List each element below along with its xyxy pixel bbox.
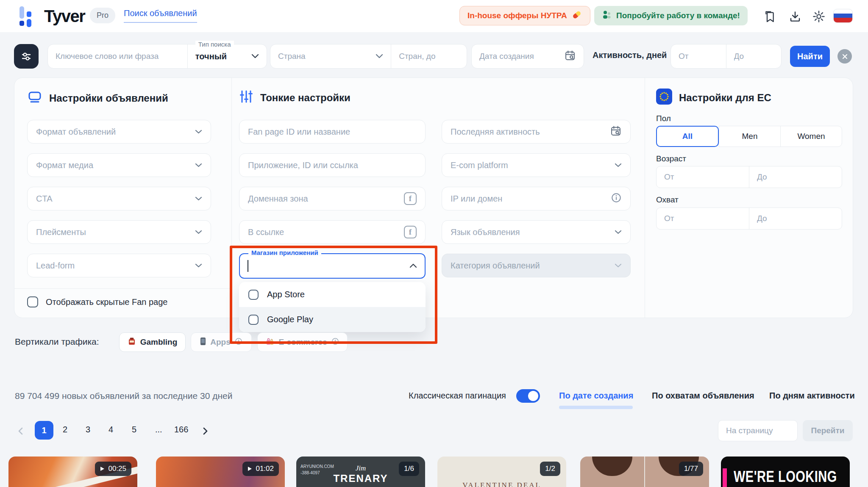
store-options-menu: App Store Google Play bbox=[239, 282, 426, 332]
hidden-fanpage-checkbox[interactable] bbox=[27, 296, 38, 307]
page-button-1[interactable]: 1 bbox=[35, 421, 53, 440]
app-id-input[interactable]: Приложение, ID или ссылка bbox=[239, 153, 426, 177]
placements-select[interactable]: Плейсменты bbox=[27, 220, 211, 244]
chip-apps[interactable]: Apps bbox=[191, 332, 252, 352]
per-page-group bbox=[718, 420, 798, 441]
ad-category-select-disabled: Категория объявлений bbox=[442, 254, 631, 277]
phone-icon bbox=[200, 337, 206, 348]
ad-card-4[interactable]: VALENTINE DEAL 1/2 bbox=[437, 457, 566, 487]
chevron-down-icon bbox=[376, 53, 383, 60]
country-to-input[interactable] bbox=[391, 44, 467, 68]
ad-language-select[interactable]: Язык объявления bbox=[442, 220, 631, 244]
team-label: Попробуйте работу в команде! bbox=[616, 11, 740, 20]
tune-sliders-icon bbox=[239, 89, 253, 106]
team-button[interactable]: Попробуйте работу в команде! bbox=[594, 6, 748, 25]
tab-by-creation-date[interactable]: По дате создания bbox=[559, 391, 633, 401]
in-link-input[interactable]: В ссылке f bbox=[239, 220, 426, 244]
play-icon bbox=[100, 466, 105, 471]
ad-card-2[interactable]: 01:02 bbox=[156, 457, 285, 487]
app-store-combobox[interactable] bbox=[239, 253, 426, 279]
classic-pagination-label: Классическая пагинация bbox=[409, 391, 506, 401]
page-button-4[interactable]: 4 bbox=[108, 425, 113, 434]
go-to-page-button[interactable]: Перейти bbox=[803, 420, 853, 441]
reach-from-input[interactable] bbox=[664, 214, 741, 223]
text-cursor bbox=[248, 260, 248, 272]
prev-page-arrow[interactable] bbox=[18, 427, 24, 437]
tab-by-activity-days[interactable]: По дням активности bbox=[769, 391, 855, 401]
video-duration-badge: 01:02 bbox=[242, 462, 279, 476]
chevron-down-icon bbox=[195, 262, 202, 269]
eu-settings-title: Настройки для ЕС bbox=[656, 89, 771, 107]
option-app-store[interactable]: App Store bbox=[239, 282, 426, 307]
activity-to-input[interactable] bbox=[734, 52, 774, 61]
ecom-platform-select[interactable]: E-com platform bbox=[442, 153, 631, 177]
search-type-select[interactable]: Тип поиска точный bbox=[188, 44, 267, 68]
bookmark-icon[interactable] bbox=[763, 10, 776, 25]
lead-form-select[interactable]: Lead-form bbox=[27, 254, 211, 277]
active-tab-underline bbox=[559, 406, 633, 409]
page-button-166[interactable]: 166 bbox=[174, 425, 188, 434]
inhouse-offers-button[interactable]: In-house офферы НУТРА bbox=[459, 6, 590, 25]
keyword-input[interactable] bbox=[56, 52, 180, 61]
chip-gambling[interactable]: Gambling bbox=[119, 332, 186, 352]
creation-date-input[interactable]: Дата создания bbox=[471, 44, 584, 69]
per-page-input[interactable] bbox=[726, 426, 790, 435]
search-button[interactable]: Найти bbox=[790, 46, 830, 67]
filters-panel-container: Настройки объявлений Формат объявлений Ф… bbox=[14, 77, 853, 318]
shopping-bags-icon bbox=[266, 337, 274, 348]
reach-range-group bbox=[656, 208, 842, 230]
activity-from-input[interactable] bbox=[679, 52, 718, 61]
keyword-search-group: Тип поиска точный bbox=[47, 44, 267, 69]
ad-card-6[interactable]: WE'RE LOOKING FOR 15 WOMEN IN THE bbox=[721, 457, 850, 487]
gear-icon[interactable] bbox=[812, 10, 826, 25]
domain-zone-input[interactable]: Доменная зона f bbox=[239, 187, 426, 210]
country-to-field[interactable] bbox=[399, 52, 459, 61]
clear-filters-button[interactable] bbox=[837, 49, 852, 64]
media-format-select[interactable]: Формат медиа bbox=[27, 153, 211, 177]
carousel-count-badge: 1/77 bbox=[679, 462, 703, 476]
facebook-icon: f bbox=[404, 192, 417, 205]
age-to-input[interactable] bbox=[757, 172, 834, 182]
fine-settings-title: Тонкие настройки bbox=[239, 89, 351, 106]
cta-select[interactable]: CTA bbox=[27, 187, 211, 210]
facebook-icon: f bbox=[404, 226, 417, 238]
chevron-down-icon bbox=[615, 161, 622, 169]
download-icon[interactable] bbox=[788, 10, 802, 25]
gender-men-button[interactable]: Men bbox=[719, 126, 781, 147]
ads-settings-title: Настройки объявлений bbox=[27, 89, 168, 107]
tab-by-reach[interactable]: По охватам объявления bbox=[652, 391, 754, 401]
chevron-up-icon bbox=[409, 262, 417, 270]
filters-toggle-button[interactable] bbox=[14, 44, 39, 69]
ad-card-1[interactable]: 00:25 bbox=[8, 457, 137, 487]
classic-pagination-toggle[interactable] bbox=[516, 389, 540, 403]
chip-ecommerce[interactable]: E-commerce bbox=[257, 332, 348, 352]
flag-russia-icon[interactable] bbox=[833, 9, 853, 23]
show-hidden-fanpage-row[interactable]: Отображать скрытые Fan page bbox=[27, 296, 168, 307]
nav-search-ads[interactable]: Поиск объявлений bbox=[124, 8, 197, 23]
page-button-2[interactable]: 2 bbox=[63, 425, 67, 434]
google-play-checkbox[interactable] bbox=[248, 315, 259, 325]
app-store-checkbox[interactable] bbox=[248, 290, 259, 300]
chevron-down-icon bbox=[195, 195, 202, 202]
ad-card-3[interactable]: ARYUNION.COM-388-4097 Jim TRENARY 1/6 bbox=[296, 457, 425, 487]
age-from-input[interactable] bbox=[664, 172, 741, 182]
next-page-arrow[interactable] bbox=[202, 427, 208, 437]
chevron-down-icon bbox=[615, 228, 622, 236]
fanpage-id-input[interactable]: Fan page ID или название bbox=[239, 120, 426, 144]
calendar-search-icon bbox=[564, 50, 576, 63]
option-google-play[interactable]: Google Play bbox=[239, 307, 426, 332]
country-select[interactable]: Страна bbox=[270, 44, 391, 68]
chevron-down-icon bbox=[195, 161, 202, 169]
last-activity-input[interactable]: Последняя активность bbox=[442, 120, 631, 144]
gender-women-button[interactable]: Women bbox=[780, 126, 842, 147]
pro-badge: Pro bbox=[90, 8, 115, 23]
ip-domain-input[interactable]: IP или домен bbox=[442, 187, 631, 210]
ad-card-5[interactable]: 1/77 bbox=[580, 457, 709, 487]
page-button-3[interactable]: 3 bbox=[86, 425, 90, 434]
ad-format-select[interactable]: Формат объявлений bbox=[27, 120, 211, 144]
gender-all-button[interactable]: All bbox=[656, 126, 719, 147]
country-group: Страна bbox=[270, 44, 467, 69]
page-button-5[interactable]: 5 bbox=[132, 425, 136, 434]
reach-to-input[interactable] bbox=[757, 214, 834, 223]
info-icon bbox=[611, 192, 622, 205]
